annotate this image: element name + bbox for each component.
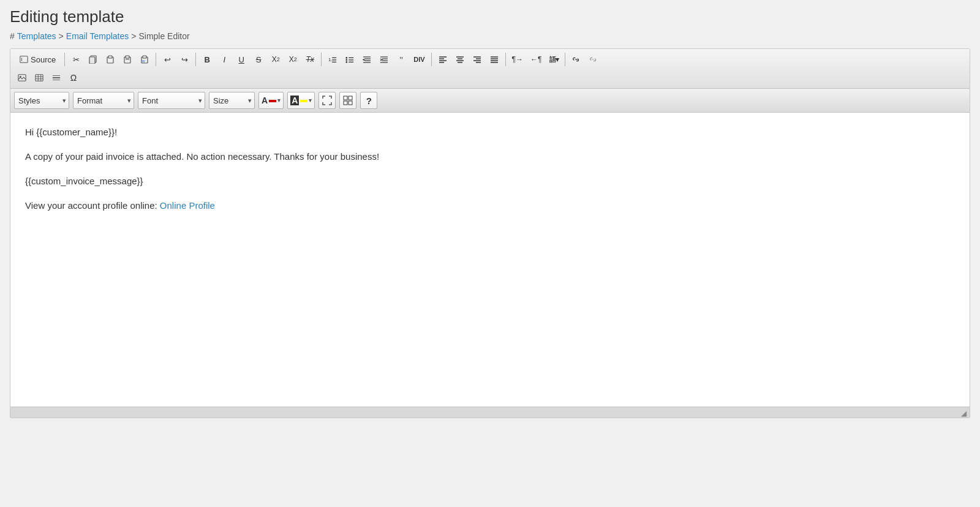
bg-color-arrow: ▾	[309, 97, 312, 103]
content-line4: View your account profile online: Online…	[25, 198, 955, 213]
font-select-wrapper: Font	[138, 92, 205, 109]
hr-button[interactable]	[48, 70, 64, 86]
strikethrough-button[interactable]: S	[251, 51, 266, 67]
underline-button[interactable]: U	[233, 51, 249, 67]
increase-indent-icon	[380, 55, 388, 64]
align-left-icon	[439, 55, 447, 64]
align-left-button[interactable]	[435, 51, 451, 67]
paste-icon	[106, 55, 115, 64]
source-label: Source	[31, 55, 56, 64]
ordered-list-icon: 1.	[328, 55, 337, 64]
fullscreen-button[interactable]	[318, 92, 336, 109]
bg-color-button[interactable]: A ▾	[287, 92, 315, 109]
editor-footer: ◢	[10, 407, 970, 418]
paste-button[interactable]	[102, 51, 118, 67]
unordered-list-icon	[345, 55, 354, 64]
align-justify-icon	[490, 55, 499, 64]
bold-button[interactable]: B	[199, 51, 215, 67]
image-button[interactable]	[14, 70, 30, 86]
ordered-list-button[interactable]: 1.	[325, 51, 341, 67]
cut-button[interactable]: ✂	[68, 51, 84, 67]
redo-button[interactable]: ↪	[176, 51, 192, 67]
size-select-wrapper: Size	[209, 92, 255, 109]
toolbar-sep6	[505, 53, 506, 66]
subscript-button[interactable]: X2	[268, 51, 284, 67]
toolbar-sep3	[195, 53, 196, 66]
svg-rect-50	[36, 75, 43, 81]
table-icon	[35, 73, 43, 82]
link-button[interactable]	[568, 51, 584, 67]
svg-rect-58	[344, 96, 347, 100]
font-select[interactable]: Font	[138, 92, 205, 109]
toolbar-sep1	[64, 53, 65, 66]
font-color-indicator	[269, 100, 276, 102]
superscript-button[interactable]: X2	[285, 51, 301, 67]
page-title: Editing template	[10, 7, 970, 26]
format-select[interactable]: Format	[73, 92, 134, 109]
breadcrumb-email-templates-link[interactable]: Email Templates	[66, 31, 129, 41]
bidi-ltr-button[interactable]: ¶→	[509, 51, 526, 67]
breadcrumb-templates-link[interactable]: Templates	[17, 31, 56, 41]
decrease-indent-icon	[363, 55, 371, 64]
content-line2: A copy of your paid invoice is attached.…	[25, 149, 955, 164]
font-color-button[interactable]: A ▾	[258, 92, 284, 109]
svg-rect-10	[143, 56, 146, 58]
special-char-button[interactable]: Ω	[66, 70, 81, 86]
align-center-button[interactable]	[452, 51, 468, 67]
svg-rect-0	[20, 56, 28, 63]
breadcrumb-simple-editor: Simple Editor	[138, 31, 189, 41]
toolbar-row1: Source ✂	[10, 49, 970, 89]
paste-word-button[interactable]: W	[137, 51, 153, 67]
editor-content-area[interactable]: Hi {{customer_name}}! A copy of your pai…	[10, 113, 970, 407]
italic-button[interactable]: I	[216, 51, 232, 67]
toolbar-dropdowns: Styles Format Font Size A	[10, 89, 970, 113]
svg-rect-48	[18, 75, 26, 81]
align-justify-button[interactable]	[486, 51, 502, 67]
unlink-icon	[589, 55, 598, 64]
decrease-indent-button[interactable]	[359, 51, 375, 67]
blockquote-button[interactable]: "	[393, 51, 409, 67]
toolbar-sep7	[565, 53, 565, 66]
increase-indent-button[interactable]	[376, 51, 392, 67]
hr-icon	[52, 73, 61, 82]
breadcrumb: # Templates > Email Templates > Simple E…	[10, 31, 970, 41]
styles-select[interactable]: Styles	[14, 92, 69, 109]
source-button[interactable]: Source	[14, 51, 61, 67]
undo-button[interactable]: ↩	[159, 51, 175, 67]
toolbar-sep4	[321, 53, 322, 66]
bidi-rtl-button[interactable]: ←¶	[527, 51, 545, 67]
svg-rect-59	[349, 96, 352, 100]
editor-container: Source ✂	[10, 48, 970, 418]
unordered-list-button[interactable]	[342, 51, 358, 67]
table-button[interactable]	[31, 70, 47, 86]
svg-rect-60	[344, 101, 347, 105]
svg-point-16	[346, 57, 348, 59]
fullscreen-icon	[322, 96, 332, 105]
svg-point-18	[346, 61, 348, 63]
div-button[interactable]: DIV	[410, 51, 428, 67]
online-profile-link[interactable]: Online Profile	[160, 200, 215, 211]
svg-rect-61	[349, 101, 352, 105]
language-button[interactable]: 語▾	[546, 51, 562, 67]
show-blocks-icon	[343, 96, 353, 105]
svg-rect-7	[126, 56, 129, 58]
remove-format-button[interactable]: Tx	[302, 51, 318, 67]
breadcrumb-sep2: >	[131, 31, 136, 41]
image-icon	[18, 73, 26, 82]
align-right-icon	[473, 55, 481, 64]
copy-button[interactable]	[85, 51, 101, 67]
align-right-button[interactable]	[469, 51, 485, 67]
paste-plain-button[interactable]	[119, 51, 135, 67]
help-button[interactable]: ?	[360, 92, 377, 109]
breadcrumb-hash: #	[10, 31, 15, 41]
size-select[interactable]: Size	[209, 92, 255, 109]
paste-word-icon: W	[140, 55, 149, 64]
content-line3: {{custom_invoice_message}}	[25, 174, 955, 189]
styles-select-wrapper: Styles	[14, 92, 69, 109]
svg-text:W: W	[142, 59, 145, 63]
show-blocks-button[interactable]	[339, 92, 356, 109]
font-color-arrow: ▾	[277, 97, 281, 103]
font-color-label: A	[262, 96, 268, 105]
resize-handle[interactable]: ◢	[961, 410, 968, 417]
unlink-button[interactable]	[586, 51, 601, 67]
